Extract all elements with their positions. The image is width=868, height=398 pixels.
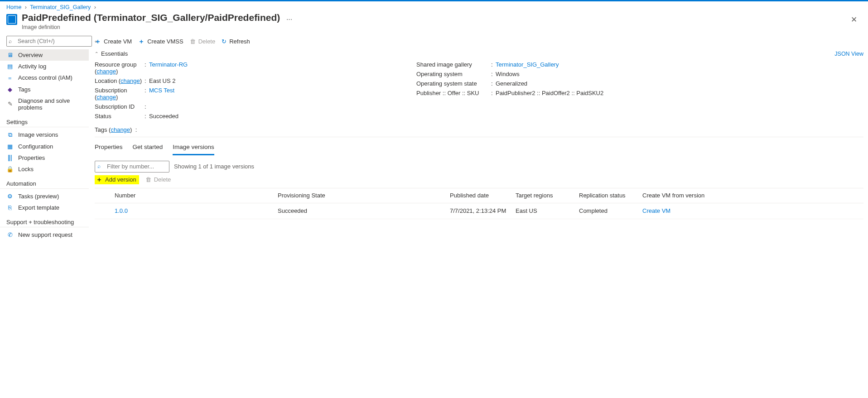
essentials-panel: Resource group (change) : Terminator-RG … [95, 60, 863, 125]
nav-icon: ǁǀ [6, 154, 14, 161]
resource-group-label: Resource group (change) [95, 61, 145, 75]
sidebar-item-label: Configuration [18, 143, 53, 150]
plus-icon: ＋ [96, 176, 102, 184]
resource-group-value[interactable]: Terminator-RG [149, 61, 188, 68]
sidebar-item[interactable]: ⧉Image versions [0, 129, 89, 141]
col-create[interactable]: Create VM from version [638, 188, 863, 203]
location-label: Location (change) [95, 77, 145, 84]
command-bar: ＋ Create VM ＋ Create VMSS 🗑 Delete ↻ Ref… [95, 37, 863, 48]
chevron-right-icon: › [25, 4, 27, 10]
sidebar-item[interactable]: 🖥Overview [0, 49, 89, 61]
sidebar-group-title: Support + troubleshooting [0, 213, 89, 227]
table-row[interactable]: 1.0.0 Succeeded 7/7/2021, 2:13:24 PM Eas… [95, 203, 863, 219]
sidebar-item-label: Image versions [18, 131, 58, 138]
status-label: Status [95, 113, 145, 120]
os-state-value: Generalized [496, 80, 527, 87]
close-icon[interactable]: ✕ [846, 12, 862, 27]
pos-value: PaidPublisher2 :: PaidOffer2 :: PaidSKU2 [496, 90, 603, 96]
breadcrumb-gallery[interactable]: Terminator_SIG_Gallery [30, 4, 91, 10]
create-vm-button[interactable]: ＋ Create VM [95, 38, 132, 46]
status-value: Succeeded [149, 113, 178, 120]
sidebar-item-label: Properties [18, 154, 45, 161]
tags-label: Tags [95, 126, 107, 133]
results-count: Showing 1 of 1 image versions [174, 163, 254, 170]
table-header-row: Number Provisioning State Published date… [95, 188, 863, 203]
refresh-icon: ↻ [222, 38, 227, 45]
nav-icon: ᐀ [6, 74, 14, 82]
delete-version-button[interactable]: 🗑 Delete [145, 176, 171, 183]
delete-button[interactable]: 🗑 Delete [190, 38, 216, 45]
sidebar-item[interactable]: ⎘Export template [0, 202, 89, 213]
sidebar-item-label: Locks [18, 166, 34, 173]
sidebar-item[interactable]: ǁǀProperties [0, 152, 89, 163]
version-number-link[interactable]: 1.0.0 [115, 207, 128, 214]
tab-get-started[interactable]: Get started [133, 142, 163, 155]
refresh-button[interactable]: ↻ Refresh [222, 38, 250, 45]
create-vmss-button[interactable]: ＋ Create VMSS [138, 38, 183, 46]
nav-icon: ⚙ [6, 193, 14, 200]
cell-replication: Completed [574, 203, 638, 219]
location-change[interactable]: change [121, 77, 140, 84]
resource-group-change[interactable]: change [96, 68, 116, 75]
col-replication[interactable]: Replication status [574, 188, 638, 203]
sidebar-group-title: Automation [0, 175, 89, 189]
horizontal-scrollbar[interactable] [0, 390, 868, 391]
tab-properties[interactable]: Properties [95, 142, 123, 155]
sidebar-item-label: Overview [18, 52, 43, 58]
delete-version-label: Delete [154, 176, 171, 183]
add-version-button[interactable]: ＋ Add version [95, 175, 139, 184]
sidebar-item-label: Tags [18, 86, 30, 93]
sidebar-item[interactable]: ✎Diagnose and solve problems [0, 95, 89, 113]
nav-icon: ▤ [6, 63, 14, 70]
sidebar-item[interactable]: ◆Tags [0, 84, 89, 95]
sidebar-search-input[interactable] [6, 36, 92, 47]
nav-icon: ✎ [6, 101, 14, 107]
sidebar-item[interactable]: ✆New support request [0, 229, 89, 240]
create-vm-link[interactable]: Create VM [642, 207, 670, 214]
breadcrumb-home[interactable]: Home [6, 4, 21, 10]
nav-icon: ✆ [6, 231, 14, 238]
more-button[interactable]: ··· [286, 15, 292, 24]
search-icon: ⌕ [97, 163, 101, 169]
page-title: PaidPredefined (Terminator_SIG_Gallery/P… [22, 12, 280, 23]
sig-value[interactable]: Terminator_SIG_Gallery [496, 61, 559, 68]
sidebar-item-label: Tasks (preview) [18, 193, 59, 200]
cell-provisioning: Succeeded [273, 203, 445, 219]
os-value: Windows [496, 71, 520, 77]
nav-icon: ◆ [6, 86, 14, 93]
cell-published: 7/7/2021, 2:13:24 PM [445, 203, 511, 219]
plus-icon: ＋ [138, 38, 145, 46]
tab-image-versions[interactable]: Image versions [173, 142, 214, 155]
sidebar-item[interactable]: ⚙Tasks (preview) [0, 191, 89, 202]
image-versions-table: Number Provisioning State Published date… [95, 188, 863, 219]
col-targets[interactable]: Target regions [511, 188, 574, 203]
sidebar-item[interactable]: 🔒Locks [0, 163, 89, 175]
col-provisioning[interactable]: Provisioning State [273, 188, 445, 203]
col-published[interactable]: Published date [445, 188, 511, 203]
main-content: ＋ Create VM ＋ Create VMSS 🗑 Delete ↻ Ref… [89, 34, 868, 391]
tags-row: Tags (change) : [95, 125, 863, 137]
create-vm-label: Create VM [104, 38, 132, 45]
sidebar-item-label: Access control (IAM) [18, 74, 72, 81]
os-label: Operating system [416, 71, 491, 77]
essentials-label: Essentials [101, 50, 128, 57]
sidebar-item[interactable]: ▤Activity log [0, 61, 89, 72]
trash-icon: 🗑 [145, 176, 151, 183]
sidebar-item[interactable]: ᐀Access control (IAM) [0, 72, 89, 84]
subscription-change[interactable]: change [96, 94, 116, 101]
filter-number-input[interactable] [95, 161, 169, 173]
plus-icon: ＋ [95, 38, 101, 46]
sidebar-item-label: Diagnose and solve problems [18, 97, 82, 111]
sidebar-item-label: Export template [18, 204, 59, 211]
nav-icon: 🖥 [6, 52, 14, 58]
json-view-link[interactable]: JSON View [834, 51, 863, 57]
sidebar-item[interactable]: ▦Configuration [0, 141, 89, 152]
trash-icon: 🗑 [190, 38, 196, 45]
page-subtitle: Image definition [22, 24, 846, 30]
tags-change[interactable]: change [111, 126, 130, 133]
nav-icon: ▦ [6, 143, 14, 150]
subscription-value[interactable]: MCS Test [149, 87, 174, 94]
sidebar-group-title: Settings [0, 113, 89, 127]
essentials-toggle[interactable]: ⌃ Essentials [95, 48, 128, 60]
col-number[interactable]: Number [110, 188, 273, 203]
